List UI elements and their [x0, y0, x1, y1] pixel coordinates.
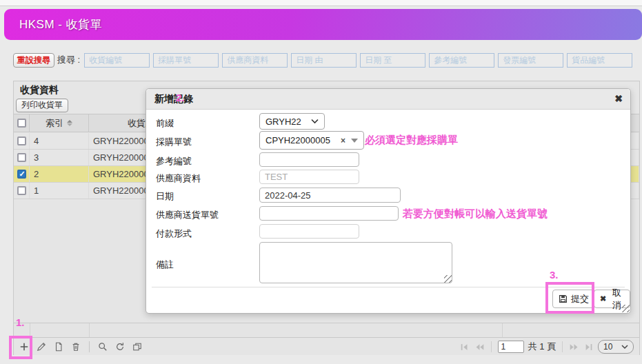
- annotation-delivery-note: 若要方便對帳可以輸入送貨單號: [403, 208, 548, 221]
- page-number-input[interactable]: [498, 341, 524, 353]
- refresh-button[interactable]: [114, 341, 126, 352]
- search-bar: 重設搜尋 搜尋 :: [13, 52, 642, 68]
- date-input[interactable]: [259, 188, 401, 203]
- clear-selection-icon[interactable]: ×: [341, 136, 345, 145]
- pager-separator: [562, 341, 563, 352]
- clone-window-icon[interactable]: [132, 341, 143, 352]
- dropdown-caret-icon[interactable]: [351, 139, 358, 143]
- row-checkbox-checked[interactable]: [14, 166, 30, 182]
- search-input-date-from[interactable]: [291, 53, 357, 68]
- top-strip: [0, 0, 642, 6]
- dialog-title: 新增記錄: [154, 93, 193, 105]
- sort-icon: [67, 120, 72, 126]
- search-input-goods-no[interactable]: [567, 53, 632, 68]
- delivery-no-input[interactable]: [259, 206, 399, 221]
- annotation-po-note: 必須選定對應採購單: [365, 134, 458, 147]
- total-pages-label: 共 1 頁: [528, 341, 556, 353]
- row-checkbox[interactable]: [14, 150, 30, 165]
- page-title: HKSM - 收貨單: [19, 17, 102, 32]
- edit-record-button[interactable]: [36, 341, 47, 352]
- copy-record-icon[interactable]: [53, 341, 64, 352]
- supplier-label: 供應商資料: [156, 172, 201, 185]
- search-input-supplier[interactable]: [222, 53, 288, 68]
- app-header: HKSM - 收貨單: [4, 9, 642, 40]
- ref-no-label: 參考編號: [156, 155, 192, 168]
- reset-search-button[interactable]: 重設搜尋: [13, 53, 54, 68]
- search-input-invoice-no[interactable]: [498, 53, 563, 68]
- close-icon[interactable]: ✖: [614, 93, 623, 104]
- search-input-po-no[interactable]: [153, 53, 219, 68]
- print-receipt-button[interactable]: 列印收貨單: [16, 99, 68, 112]
- prefix-label: 前綴: [156, 117, 174, 130]
- supplier-input: [259, 170, 359, 184]
- pager-separator: [491, 341, 492, 352]
- search-input-receipt-no[interactable]: [84, 53, 150, 68]
- grid-nav-toolbar: [14, 341, 143, 352]
- remarks-label: 備註: [156, 259, 174, 271]
- search-input-ref-no[interactable]: [429, 53, 494, 68]
- prev-page-button[interactable]: [474, 342, 485, 352]
- delivery-no-label: 供應商送貨單號: [156, 209, 219, 221]
- grid-bottom-bar: 共 1 頁 10: [14, 337, 639, 355]
- annotation-step-2: 2.: [176, 92, 185, 103]
- submit-button[interactable]: 提交: [552, 290, 595, 308]
- page-size-select[interactable]: 10: [598, 340, 634, 354]
- annotation-step-1: 1.: [16, 316, 25, 328]
- search-label: 搜尋 :: [57, 54, 80, 66]
- save-icon: [559, 294, 568, 303]
- po-no-combobox[interactable]: CPYH22000005 ×: [259, 131, 364, 150]
- prefix-select[interactable]: GRYH22: [259, 113, 325, 130]
- first-page-button[interactable]: [460, 342, 470, 352]
- last-page-button[interactable]: [583, 342, 594, 352]
- add-record-button[interactable]: [19, 341, 30, 352]
- row-checkbox[interactable]: [14, 133, 30, 149]
- chevron-down-icon: [311, 119, 319, 124]
- search-records-button[interactable]: [97, 341, 108, 352]
- annotation-step-3: 3.: [550, 269, 559, 281]
- date-label: 日期: [156, 190, 174, 203]
- dialog-resize-handle[interactable]: [622, 305, 630, 312]
- remarks-textarea[interactable]: [259, 242, 452, 283]
- payment-label: 付款形式: [156, 228, 192, 240]
- dialog-divider: [152, 287, 625, 287]
- select-all-checkbox[interactable]: [14, 114, 30, 132]
- textarea-resize-handle[interactable]: [444, 275, 452, 283]
- pager: 共 1 頁 10: [460, 338, 634, 356]
- payment-input: [259, 224, 359, 239]
- column-header-index[interactable]: 索引: [30, 114, 89, 132]
- search-input-date-to[interactable]: [360, 53, 425, 68]
- ref-no-input[interactable]: [259, 152, 359, 167]
- po-no-label: 採購單號: [156, 136, 192, 148]
- toolbar-separator: [89, 341, 90, 352]
- delete-record-button[interactable]: [70, 341, 81, 352]
- app-root: HKSM - 收貨單 重設搜尋 搜尋 : 收貨資料 列印收貨單 索引 收貨編號: [0, 0, 642, 364]
- row-checkbox[interactable]: [14, 183, 30, 199]
- dialog-titlebar[interactable]: 新增記錄: [146, 89, 630, 110]
- grid-footer-row: [14, 323, 639, 337]
- cancel-icon: ✖: [600, 294, 606, 303]
- next-page-button[interactable]: [569, 342, 579, 352]
